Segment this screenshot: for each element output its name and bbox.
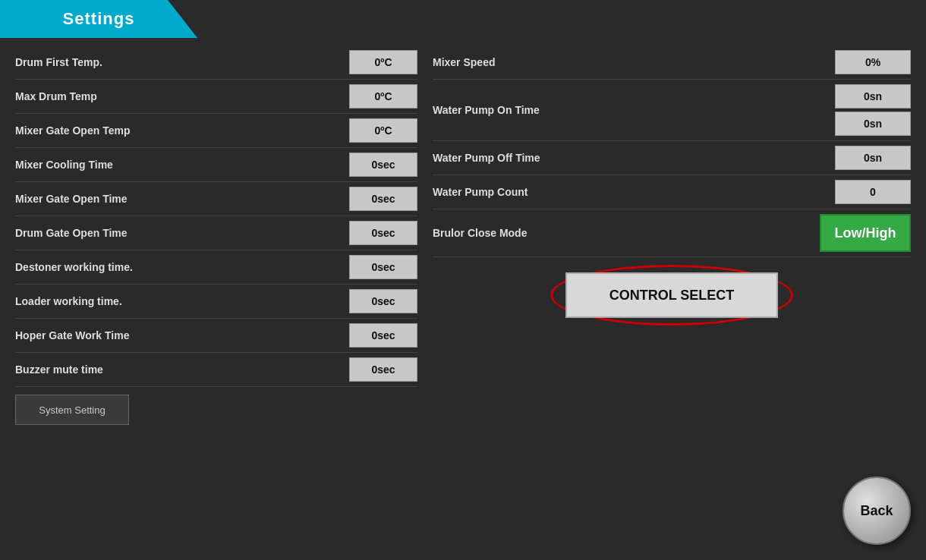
back-button[interactable]: Back [843,477,911,545]
mixer-cooling-time-label: Mixer Cooling Time [15,159,349,171]
max-drum-temp-value[interactable]: 0ºC [349,84,417,109]
system-setting-button[interactable]: System Setting [15,395,129,425]
brulor-label: Brulor Close Mode [433,227,820,239]
destoner-working-time-value[interactable]: 0sec [349,255,417,279]
water-pump-off-value[interactable]: 0sn [835,146,911,170]
water-pump-count-value[interactable]: 0 [835,180,911,204]
mixer-speed-label: Mixer Speed [433,56,835,68]
water-pump-on-row: Water Pump On Time 0sn 0sn [433,80,911,141]
settings-header: Settings [0,0,197,38]
control-select-wrapper: CONTROL SELECT [433,257,911,333]
mixer-cooling-time-value[interactable]: 0sec [349,153,417,177]
max-drum-temp-label: Max Drum Temp [15,90,349,102]
loader-working-time-row: Loader working time.0sec [15,285,417,319]
drum-gate-open-time-value[interactable]: 0sec [349,221,417,245]
mixer-speed-row: Mixer Speed 0% [433,46,911,80]
mixer-gate-open-time-row: Mixer Gate Open Time0sec [15,182,417,216]
water-pump-on-label: Water Pump On Time [433,104,835,116]
brulor-row: Brulor Close Mode Low/High [433,209,911,257]
buzzer-mute-time-value[interactable]: 0sec [349,357,417,382]
mixer-cooling-time-row: Mixer Cooling Time0sec [15,148,417,182]
mixer-speed-value[interactable]: 0% [835,50,911,74]
left-rows: Drum First Temp.0ºCMax Drum Temp0ºCMixer… [15,46,417,387]
drum-gate-open-time-label: Drum Gate Open Time [15,227,349,239]
mixer-gate-open-time-label: Mixer Gate Open Time [15,193,349,205]
right-column: Mixer Speed 0% Water Pump On Time 0sn 0s… [433,46,911,545]
buzzer-mute-time-label: Buzzer mute time [15,363,349,376]
water-pump-count-row: Water Pump Count 0 [433,175,911,209]
loader-working-time-value[interactable]: 0sec [349,289,417,313]
header-title: Settings [63,9,135,29]
water-pump-count-label: Water Pump Count [433,186,835,198]
left-column: Drum First Temp.0ºCMax Drum Temp0ºCMixer… [15,46,417,545]
mixer-gate-open-temp-row: Mixer Gate Open Temp0ºC [15,114,417,148]
water-pump-off-label: Water Pump Off Time [433,152,835,164]
hoper-gate-work-time-label: Hoper Gate Work Time [15,329,349,341]
mixer-gate-open-time-value[interactable]: 0sec [349,187,417,211]
mixer-gate-open-temp-value[interactable]: 0ºC [349,118,417,143]
control-select-button[interactable]: CONTROL SELECT [565,272,778,318]
main-content: Drum First Temp.0ºCMax Drum Temp0ºCMixer… [15,46,911,545]
drum-first-temp-row: Drum First Temp.0ºC [15,46,417,80]
max-drum-temp-row: Max Drum Temp0ºC [15,80,417,114]
drum-first-temp-label: Drum First Temp. [15,56,349,68]
water-pump-on-value1[interactable]: 0sn [835,84,911,109]
drum-first-temp-value[interactable]: 0ºC [349,50,417,74]
water-pump-on-value2[interactable]: 0sn [835,112,911,136]
hoper-gate-work-time-row: Hoper Gate Work Time0sec [15,319,417,353]
destoner-working-time-row: Destoner working time.0sec [15,250,417,285]
mixer-gate-open-temp-label: Mixer Gate Open Temp [15,124,349,137]
hoper-gate-work-time-value[interactable]: 0sec [349,323,417,348]
loader-working-time-label: Loader working time. [15,295,349,307]
water-pump-off-row: Water Pump Off Time 0sn [433,141,911,175]
destoner-working-time-label: Destoner working time. [15,261,349,273]
low-high-button[interactable]: Low/High [820,214,911,252]
buzzer-mute-time-row: Buzzer mute time0sec [15,353,417,387]
drum-gate-open-time-row: Drum Gate Open Time0sec [15,216,417,250]
